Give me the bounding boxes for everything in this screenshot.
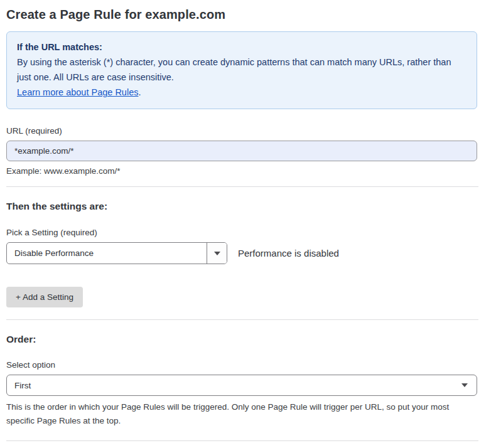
- setting-select-arrow-button[interactable]: [207, 243, 227, 264]
- page-title: Create a Page Rule for example.com: [6, 8, 490, 22]
- link-suffix: .: [138, 87, 141, 97]
- url-input[interactable]: [6, 141, 477, 161]
- settings-section-heading: Then the settings are:: [6, 201, 490, 212]
- setting-select-value: Disable Performance: [7, 243, 207, 264]
- order-select-label: Select option: [6, 360, 490, 370]
- setting-status-text: Performance is disabled: [238, 248, 339, 259]
- caret-down-icon: [461, 383, 468, 387]
- divider: [6, 440, 478, 441]
- url-field-label: URL (required): [6, 126, 490, 136]
- order-select[interactable]: First: [6, 375, 477, 396]
- url-example-text: Example: www.example.com/*: [6, 166, 490, 176]
- divider: [6, 186, 478, 187]
- divider: [6, 319, 478, 320]
- info-box-body: By using the asterisk (*) character, you…: [17, 55, 466, 85]
- caret-down-icon: [214, 252, 220, 255]
- create-page-rule-form: Create a Page Rule for example.com If th…: [0, 0, 496, 448]
- order-select-value: First: [14, 381, 31, 390]
- add-setting-button[interactable]: + Add a Setting: [6, 287, 83, 307]
- info-box-link-line: Learn more about Page Rules.: [17, 85, 466, 100]
- setting-select[interactable]: Disable Performance: [6, 242, 227, 264]
- info-box-heading: If the URL matches:: [17, 40, 466, 55]
- url-matches-info-box: If the URL matches: By using the asteris…: [6, 31, 477, 109]
- order-section-heading: Order:: [6, 334, 490, 345]
- pick-setting-label: Pick a Setting (required): [6, 228, 490, 237]
- order-help-text: This is the order in which your Page Rul…: [6, 400, 477, 427]
- learn-more-link[interactable]: Learn more about Page Rules: [17, 87, 138, 97]
- setting-picker-row: Disable Performance Performance is disab…: [6, 242, 490, 264]
